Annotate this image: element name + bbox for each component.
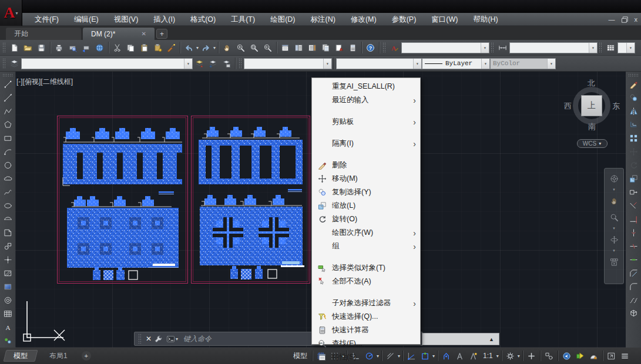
customize-button[interactable]: [618, 349, 632, 362]
context-menu-item[interactable]: 快速计算器: [312, 323, 420, 337]
join-button[interactable]: [627, 253, 640, 267]
offset-button[interactable]: [627, 118, 640, 132]
text-style-button[interactable]: A: [388, 41, 401, 54]
chevron-down-icon[interactable]: ▾: [481, 43, 489, 53]
undo-button[interactable]: [182, 41, 196, 54]
redo-button[interactable]: [199, 41, 213, 54]
pan-hand-button[interactable]: [220, 41, 234, 54]
chevron-down-icon[interactable]: ▾: [323, 59, 331, 69]
paste-button[interactable]: [137, 41, 151, 54]
doc-close-icon[interactable]: x: [635, 16, 638, 23]
array-button[interactable]: [627, 132, 640, 145]
toolbar-grip[interactable]: [382, 42, 385, 53]
context-menu-item[interactable]: 隔离(I)›: [312, 137, 420, 150]
layer-manager-button[interactable]: [8, 57, 21, 70]
stretch-button[interactable]: [627, 186, 640, 199]
save-button[interactable]: [35, 41, 48, 54]
properties-window-button[interactable]: [278, 41, 292, 54]
hatch-button[interactable]: [1, 267, 15, 280]
erase-button[interactable]: [627, 77, 640, 91]
open-folder-button[interactable]: [21, 41, 35, 54]
tab-layout1[interactable]: 布局1: [40, 350, 78, 362]
chevron-down-icon[interactable]: ▾: [612, 187, 616, 192]
menu-item-6[interactable]: 工具(T): [223, 13, 263, 26]
group-button[interactable]: [1, 334, 15, 348]
chevron-down-icon[interactable]: ▾: [213, 45, 216, 50]
tool-palettes-button[interactable]: [306, 41, 319, 54]
extend-button[interactable]: [627, 213, 640, 226]
table-style-combo[interactable]: ▾: [617, 42, 635, 53]
chevron-down-icon[interactable]: ▾: [496, 353, 499, 359]
context-menu-item[interactable]: 复制选择(Y): [312, 186, 420, 199]
anno-add-button[interactable]: [453, 349, 467, 362]
linetype-combo[interactable]: ByLayer▾: [422, 58, 490, 69]
context-menu-item[interactable]: ABC查找(F)...: [312, 337, 420, 350]
navwheel-button[interactable]: [606, 171, 622, 186]
plus-button[interactable]: [525, 349, 538, 362]
context-menu-item[interactable]: 子对象选择过滤器›: [312, 296, 420, 310]
make-block-button[interactable]: [1, 240, 15, 253]
menu-item-7[interactable]: 绘图(D): [263, 13, 303, 26]
sheetset-button[interactable]: [319, 41, 333, 54]
table-style-button[interactable]: [604, 41, 617, 54]
context-menu-item[interactable]: 特性(S): [312, 350, 420, 364]
arc-button[interactable]: [1, 145, 15, 159]
cut-button[interactable]: [110, 41, 124, 54]
menu-item-1[interactable]: 文件(F): [27, 13, 66, 26]
command-input[interactable]: 键入命令: [183, 334, 212, 344]
chevron-down-icon[interactable]: ▾: [626, 43, 635, 53]
mtext-button[interactable]: A: [1, 321, 15, 334]
layer-current-button[interactable]: [193, 57, 206, 70]
ellipse-arc-button[interactable]: [1, 213, 15, 226]
toolbar-grip[interactable]: [628, 73, 639, 76]
toolbar-grip[interactable]: [491, 42, 494, 53]
dim-style-button[interactable]: [496, 41, 509, 54]
orbit-button[interactable]: [606, 232, 622, 247]
wcs-selector[interactable]: WCS▾: [577, 139, 608, 148]
print-button[interactable]: [52, 41, 66, 54]
context-menu-item[interactable]: 绘图次序(W)›: [312, 226, 420, 240]
anno-vis-button[interactable]: [439, 349, 453, 362]
polygon-button[interactable]: [1, 118, 15, 132]
context-menu-item[interactable]: 全部不选(A): [312, 275, 420, 288]
graphics-warn-button[interactable]: [587, 349, 600, 362]
add-layout-button[interactable]: +: [82, 351, 91, 360]
chevron-down-icon[interactable]: ▾: [184, 59, 192, 69]
viewcube-south-label[interactable]: 南: [588, 122, 596, 132]
explode-button[interactable]: [627, 307, 640, 321]
menu-item-3[interactable]: 视图(V): [106, 13, 146, 26]
viewcube-north-label[interactable]: 北: [588, 78, 595, 89]
command-close-icon[interactable]: ✕: [143, 335, 154, 343]
fullscreen-button[interactable]: [605, 349, 618, 362]
toolbar-grip[interactable]: [2, 58, 5, 69]
plot-button[interactable]: [79, 41, 93, 54]
chevron-down-icon[interactable]: ▾: [612, 248, 616, 253]
doc-minimize-icon[interactable]: —: [609, 16, 615, 23]
color-combo[interactable]: ▾: [244, 58, 332, 69]
dim-style-combo[interactable]: ▾: [509, 42, 598, 53]
cli-prompt-icon[interactable]: [166, 335, 175, 343]
ellipse-button[interactable]: [1, 199, 15, 213]
command-history-bar[interactable]: ▲: [422, 333, 499, 345]
move-button[interactable]: [627, 145, 640, 159]
graphics-perf-button[interactable]: [560, 349, 573, 362]
circle-button[interactable]: [1, 159, 15, 172]
menu-item-9[interactable]: 修改(M): [343, 13, 384, 26]
workspace-gear-button[interactable]: [504, 349, 517, 362]
quick-calc-button[interactable]: [346, 41, 360, 54]
copy-button[interactable]: [124, 41, 137, 54]
context-menu-item[interactable]: 重复AI_SELALL(R): [312, 80, 420, 93]
doc-restore-icon[interactable]: [620, 15, 629, 24]
wrench-icon[interactable]: [154, 335, 163, 343]
context-menu-item[interactable]: 旋转(O): [312, 213, 420, 226]
osnap-button[interactable]: [418, 349, 432, 362]
toolbar-grip[interactable]: [2, 42, 5, 53]
chevron-down-icon[interactable]: ▾: [175, 336, 179, 342]
context-menu-item[interactable]: 最近的输入›: [312, 93, 420, 107]
chevron-down-icon[interactable]: ▾: [589, 43, 597, 53]
new-file-button[interactable]: [8, 41, 21, 54]
table-button[interactable]: [1, 307, 15, 321]
layer-previous-button[interactable]: [206, 57, 220, 70]
toolbar-grip[interactable]: [239, 58, 241, 69]
menu-item-10[interactable]: 参数(P): [384, 13, 424, 26]
